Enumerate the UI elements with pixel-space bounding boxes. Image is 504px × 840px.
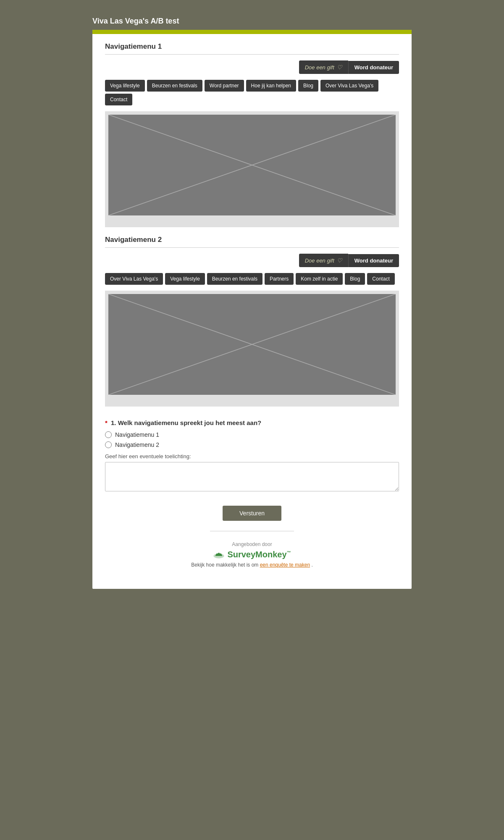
toelichting-textarea[interactable] (105, 462, 399, 491)
nav2-item-4[interactable]: Kom zelf in actie (296, 273, 343, 285)
card-body: Navigatiemenu 1 Doe een gift ♡ Word dona… (92, 34, 412, 589)
nav1-item-4[interactable]: Blog (298, 80, 318, 92)
surveymonkey-icon (213, 551, 225, 559)
nav1-title: Navigatiemenu 1 (105, 42, 399, 51)
radio-option-nav1[interactable]: Navigatiemenu 1 (105, 431, 399, 438)
nav1-heart-icon: ♡ (337, 64, 342, 71)
green-bar (92, 30, 412, 34)
nav2-top-buttons: Doe een gift ♡ Word donateur (105, 254, 399, 267)
page-title: Viva Las Vega's A/B test (92, 17, 412, 26)
nav2-divider (105, 247, 399, 248)
survey-card: Navigatiemenu 1 Doe een gift ♡ Word dona… (92, 30, 412, 589)
radio-nav1[interactable] (105, 431, 112, 438)
nav1-image-placeholder (108, 115, 396, 215)
surveymonkey-logo: SurveyMonkey™ (105, 550, 399, 559)
nav2-item-3[interactable]: Partners (265, 273, 294, 285)
nav2-donateur-button[interactable]: Word donateur (348, 254, 399, 267)
nav2-title: Navigatiemenu 2 (105, 236, 399, 244)
nav2-item-1[interactable]: Vega lifestyle (165, 273, 205, 285)
radio-nav1-label: Navigatiemenu 1 (115, 431, 159, 438)
nav1-menu: Vega lifestyle Beurzen en festivals Word… (105, 80, 399, 105)
submit-row: Versturen (105, 506, 399, 521)
radio-option-nav2[interactable]: Navigatiemenu 2 (105, 441, 399, 448)
nav2-gift-button[interactable]: Doe een gift ♡ (299, 254, 348, 267)
footer-text-before: Bekijk hoe makkelijk het is om (191, 562, 260, 568)
nav1-item-6[interactable]: Contact (105, 94, 132, 105)
page-container: Viva Las Vega's A/B test Navigatiemenu 1… (92, 17, 412, 823)
surveymonkey-brand: SurveyMonkey™ (227, 550, 291, 559)
footer-link-text: Bekijk hoe makkelijk het is om een enquê… (105, 562, 399, 568)
nav1-image-wrap (105, 111, 399, 227)
tm-symbol: ™ (287, 550, 291, 555)
footer: Aangeboden door SurveyMonkey™ Bekijk hoe… (105, 541, 399, 576)
nav1-gift-label: Doe een gift (305, 64, 334, 71)
footer-enquete-link[interactable]: een enquête te maken (260, 562, 310, 568)
question-number: 1. (111, 419, 116, 426)
nav2-menu: Over Viva Las Vega's Vega lifestyle Beur… (105, 273, 399, 285)
nav1-section: Navigatiemenu 1 Doe een gift ♡ Word dona… (105, 42, 399, 227)
footer-aangeboden: Aangeboden door (105, 541, 399, 547)
footer-text-after: . (311, 562, 312, 568)
nav2-gift-label: Doe een gift (305, 257, 334, 264)
nav1-donateur-button[interactable]: Word donateur (348, 61, 399, 74)
nav1-gift-button[interactable]: Doe een gift ♡ (299, 60, 348, 74)
nav1-top-buttons: Doe een gift ♡ Word donateur (105, 60, 399, 74)
nav2-item-5[interactable]: Blog (345, 273, 365, 285)
required-star: * (105, 419, 108, 426)
question-label: * 1. Welk navigatiemenu spreekt jou het … (105, 419, 399, 426)
nav2-item-0[interactable]: Over Viva Las Vega's (105, 273, 163, 285)
nav1-item-3[interactable]: Hoe jij kan helpen (246, 80, 296, 92)
nav1-item-5[interactable]: Over Viva Las Vega's (320, 80, 378, 92)
nav2-heart-icon: ♡ (337, 257, 342, 264)
nav1-item-2[interactable]: Word partner (205, 80, 244, 92)
nav1-item-1[interactable]: Beurzen en festivals (147, 80, 202, 92)
nav1-divider (105, 54, 399, 55)
radio-nav2-label: Navigatiemenu 2 (115, 441, 159, 448)
nav2-item-2[interactable]: Beurzen en festivals (207, 273, 262, 285)
radio-nav2[interactable] (105, 441, 112, 448)
nav2-image-placeholder (108, 294, 396, 395)
question-text: Welk navigatiemenu spreekt jou het meest… (118, 419, 262, 426)
nav2-section: Navigatiemenu 2 Doe een gift ♡ Word dona… (105, 236, 399, 407)
nav1-item-0[interactable]: Vega lifestyle (105, 80, 145, 92)
versturen-button[interactable]: Versturen (223, 506, 281, 521)
question-section: * 1. Welk navigatiemenu spreekt jou het … (105, 415, 399, 497)
nav2-image-wrap (105, 291, 399, 407)
nav2-item-6[interactable]: Contact (367, 273, 394, 285)
footer-divider (210, 531, 294, 531)
toelichting-label: Geef hier een eventuele toelichting: (105, 453, 399, 459)
